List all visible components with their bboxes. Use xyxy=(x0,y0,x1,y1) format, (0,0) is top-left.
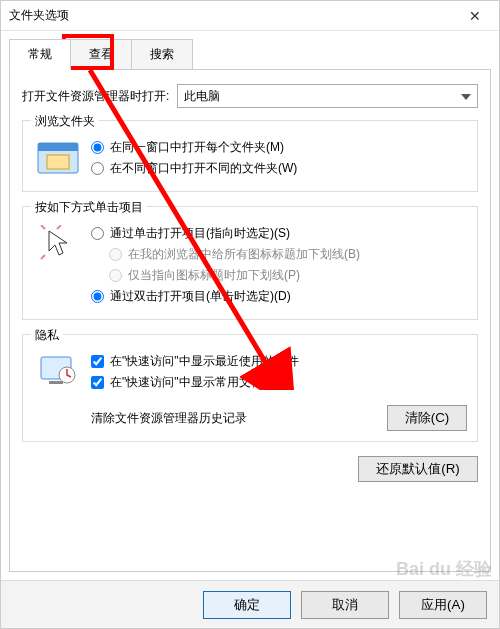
check-recent-files-input[interactable] xyxy=(91,355,104,368)
ok-button[interactable]: 确定 xyxy=(203,591,291,619)
folder-window-icon xyxy=(37,139,79,177)
privacy-monitor-icon xyxy=(37,353,79,391)
restore-defaults-label: 还原默认值(R) xyxy=(376,460,460,478)
tab-general-label: 常规 xyxy=(28,47,52,61)
check-frequent-folders[interactable]: 在"快速访问"中显示常用文件夹 xyxy=(91,374,467,391)
radio-underline-all-input xyxy=(109,248,122,261)
dialog-footer: 确定 取消 应用(A) xyxy=(1,580,499,628)
restore-row: 还原默认值(R) xyxy=(22,456,478,482)
group-browse-folders: 浏览文件夹 在同一窗口中打开每个文件夹(M) xyxy=(22,120,478,192)
svg-rect-2 xyxy=(47,155,69,169)
radio-same-window[interactable]: 在同一窗口中打开每个文件夹(M) xyxy=(91,139,467,156)
group-click-title: 按如下方式单击项目 xyxy=(31,199,147,216)
group-browse-title: 浏览文件夹 xyxy=(31,113,99,130)
check-frequent-folders-input[interactable] xyxy=(91,376,104,389)
check-recent-files[interactable]: 在"快速访问"中显示最近使用的文件 xyxy=(91,353,467,370)
radio-diff-window[interactable]: 在不同窗口中打开不同的文件夹(W) xyxy=(91,160,467,177)
ok-button-label: 确定 xyxy=(234,596,260,614)
radio-underline-hover: 仅当指向图标标题时加下划线(P) xyxy=(109,267,467,284)
cursor-click-icon xyxy=(37,225,79,263)
open-with-label: 打开文件资源管理器时打开: xyxy=(22,88,169,105)
radio-same-window-label: 在同一窗口中打开每个文件夹(M) xyxy=(110,139,284,156)
apply-button-label: 应用(A) xyxy=(421,596,465,614)
folder-options-dialog: 文件夹选项 ✕ 常规 查看 搜索 打开文件资源管理器时打开: 此电脑 浏览文件夹 xyxy=(0,0,500,629)
open-with-row: 打开文件资源管理器时打开: 此电脑 xyxy=(22,84,478,108)
clear-button-label: 清除(C) xyxy=(405,409,450,427)
radio-diff-window-label: 在不同窗口中打开不同的文件夹(W) xyxy=(110,160,297,177)
cancel-button-label: 取消 xyxy=(332,596,358,614)
radio-same-window-input[interactable] xyxy=(91,141,104,154)
clear-history-label: 清除文件资源管理器历史记录 xyxy=(91,410,247,427)
radio-underline-all: 在我的浏览器中给所有图标标题加下划线(B) xyxy=(109,246,467,263)
group-click-items: 按如下方式单击项目 通过单击打开项目(指向时选定)(S) 在我的浏览器 xyxy=(22,206,478,320)
tab-search[interactable]: 搜索 xyxy=(131,39,193,70)
radio-diff-window-input[interactable] xyxy=(91,162,104,175)
tab-strip: 常规 查看 搜索 xyxy=(9,39,491,70)
open-with-value: 此电脑 xyxy=(184,88,220,105)
radio-underline-hover-input xyxy=(109,269,122,282)
open-with-dropdown[interactable]: 此电脑 xyxy=(177,84,478,108)
restore-defaults-button[interactable]: 还原默认值(R) xyxy=(358,456,478,482)
radio-double-click-input[interactable] xyxy=(91,290,104,303)
radio-single-click-label: 通过单击打开项目(指向时选定)(S) xyxy=(110,225,290,242)
clear-button[interactable]: 清除(C) xyxy=(387,405,467,431)
check-frequent-folders-label: 在"快速访问"中显示常用文件夹 xyxy=(110,374,275,391)
titlebar: 文件夹选项 ✕ xyxy=(1,1,499,31)
radio-underline-hover-label: 仅当指向图标标题时加下划线(P) xyxy=(128,267,300,284)
tab-general[interactable]: 常规 xyxy=(9,39,71,70)
window-title: 文件夹选项 xyxy=(9,7,69,24)
chevron-down-icon xyxy=(461,89,471,103)
tab-search-label: 搜索 xyxy=(150,47,174,61)
radio-single-click-input[interactable] xyxy=(91,227,104,240)
svg-rect-1 xyxy=(38,143,78,151)
tab-panel-general: 打开文件资源管理器时打开: 此电脑 浏览文件夹 xyxy=(9,69,491,572)
svg-rect-4 xyxy=(49,381,63,384)
radio-double-click[interactable]: 通过双击打开项目(单击时选定)(D) xyxy=(91,288,467,305)
group-privacy: 隐私 在"快速访问"中显示最近使用的文件 xyxy=(22,334,478,442)
cancel-button[interactable]: 取消 xyxy=(301,591,389,619)
radio-single-click[interactable]: 通过单击打开项目(指向时选定)(S) xyxy=(91,225,467,242)
group-privacy-title: 隐私 xyxy=(31,327,63,344)
clear-history-row: 清除文件资源管理器历史记录 清除(C) xyxy=(33,405,467,431)
radio-underline-all-label: 在我的浏览器中给所有图标标题加下划线(B) xyxy=(128,246,360,263)
check-recent-files-label: 在"快速访问"中显示最近使用的文件 xyxy=(110,353,299,370)
apply-button[interactable]: 应用(A) xyxy=(399,591,487,619)
tab-view[interactable]: 查看 xyxy=(70,39,132,70)
tab-view-label: 查看 xyxy=(89,47,113,61)
close-button[interactable]: ✕ xyxy=(459,6,491,26)
radio-double-click-label: 通过双击打开项目(单击时选定)(D) xyxy=(110,288,291,305)
